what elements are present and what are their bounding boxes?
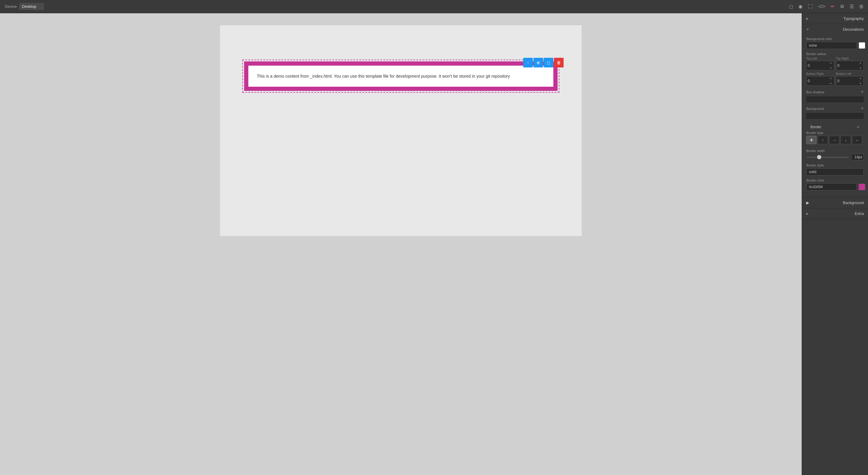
bottom-right-spin-down[interactable]: ▼ xyxy=(829,82,833,85)
move-button[interactable]: ⊕ xyxy=(533,58,543,67)
bottom-right-spin-up[interactable]: ▲ xyxy=(829,77,833,79)
canvas-inner: ↑ ⊕ ◻ 🗑 This is a demo content from _ind… xyxy=(220,25,582,236)
topbar-left: Device Desktop Tablet Mobile xyxy=(5,3,44,10)
border-color-swatch[interactable] xyxy=(859,183,865,190)
bottom-left-spin-down[interactable]: ▼ xyxy=(859,82,862,85)
bottom-right-label: Bottom Right xyxy=(806,72,834,75)
background-arrow: ▶ xyxy=(806,201,809,205)
background-section-label: Background xyxy=(843,201,864,205)
border-width-label: Border width xyxy=(806,149,864,152)
decorations-label: Decorations xyxy=(843,27,864,32)
top-left-label: Top Left xyxy=(806,57,834,60)
top-left-spinners: ▲ - ▼ xyxy=(829,62,833,70)
extra-label: Extra xyxy=(855,211,864,216)
top-right-radius-field: Top Right ▲ - ▼ xyxy=(836,57,864,70)
background-preview xyxy=(806,113,864,119)
bottom-right-spinners: ▲ - ▼ xyxy=(829,77,833,85)
top-left-spin-down[interactable]: ▼ xyxy=(829,67,833,70)
decorations-arrow: ▼ xyxy=(806,28,809,31)
box-shadow-add-button[interactable]: + xyxy=(861,89,864,95)
device-select[interactable]: Desktop Tablet Mobile xyxy=(19,3,44,10)
right-panel: ▶ Typography ▼ Decorations Background co… xyxy=(802,13,868,475)
background-color-input-row xyxy=(806,42,864,49)
square-icon[interactable]: ◻ xyxy=(789,4,793,9)
box-shadow-field: Box shadow + xyxy=(806,89,864,102)
bottom-left-input[interactable] xyxy=(838,79,846,83)
bottom-left-label: Bottom Left xyxy=(836,72,864,75)
eye-icon[interactable]: ◉ xyxy=(798,4,803,9)
expand-icon[interactable]: ⛶ xyxy=(808,4,813,9)
decorations-content: Background color Border radius Top Left xyxy=(802,35,868,197)
topbar-icons: ◻ ◉ ⛶ </> ✏ ⚙ ☰ ⊞ xyxy=(789,4,863,9)
main-layout: ↑ ⊕ ◻ 🗑 This is a demo content from _ind… xyxy=(0,13,868,475)
border-color-label: Border color xyxy=(806,178,864,182)
border-all-button[interactable]: ✚ xyxy=(806,136,816,144)
background-gradient-field: Background + xyxy=(806,105,864,119)
code-icon[interactable]: </> xyxy=(818,4,825,9)
grid-icon[interactable]: ⊞ xyxy=(859,4,863,9)
top-right-spin-up[interactable]: ▲ xyxy=(859,62,862,64)
bottom-left-input-row: ▲ - ▼ xyxy=(836,76,864,86)
background-add-button[interactable]: + xyxy=(861,105,864,112)
background-color-label: Background color xyxy=(806,37,864,41)
border-style-select[interactable]: solid dashed dotted double xyxy=(806,168,864,175)
background-gradient-label: Background xyxy=(806,107,824,110)
border-bottom-button[interactable]: ↓ xyxy=(841,136,851,144)
delete-button[interactable]: 🗑 xyxy=(554,58,564,67)
border-style-field: Border style solid dashed dotted double xyxy=(806,164,864,175)
border-type-buttons: ✚ ↑ → ↓ ← xyxy=(806,136,864,144)
typography-arrow: ▶ xyxy=(806,17,809,20)
radius-grid: Top Left ▲ - ▼ xyxy=(806,57,864,86)
decorations-section: ▼ Decorations Background color Border ra… xyxy=(802,24,868,198)
border-close-button[interactable]: ✕ xyxy=(857,125,860,129)
border-color-input[interactable] xyxy=(806,183,857,191)
background-color-input[interactable] xyxy=(806,42,857,49)
box-shadow-label: Box shadow xyxy=(806,90,824,94)
background-section: ▶ Background xyxy=(802,198,868,208)
top-left-input-row: ▲ - ▼ xyxy=(806,61,834,70)
menu-icon[interactable]: ☰ xyxy=(849,4,854,9)
top-right-spinners: ▲ - ▼ xyxy=(859,62,862,70)
move-up-button[interactable]: ↑ xyxy=(523,58,533,67)
typography-section: ▶ Typography xyxy=(802,13,868,24)
bottom-right-radius-field: Bottom Right ▲ - ▼ xyxy=(806,72,834,86)
top-left-spin-up[interactable]: ▲ xyxy=(829,62,833,64)
border-section-label: Border xyxy=(810,125,821,129)
border-style-label: Border style xyxy=(806,164,864,167)
settings-icon[interactable]: ⚙ xyxy=(840,4,844,9)
topbar: Device Desktop Tablet Mobile ◻ ◉ ⛶ </> ✏… xyxy=(0,0,868,13)
top-right-spin-down[interactable]: ▼ xyxy=(859,67,862,70)
canvas-area: ↑ ⊕ ◻ 🗑 This is a demo content from _ind… xyxy=(0,13,802,475)
demo-text: This is a demo content from _index.html.… xyxy=(257,74,510,78)
background-color-field: Background color xyxy=(806,37,864,49)
brush-icon[interactable]: ✏ xyxy=(831,4,835,9)
border-width-slider[interactable] xyxy=(806,157,849,158)
extra-header[interactable]: ▶ Extra xyxy=(802,208,868,219)
bottom-left-radius-field: Bottom Left ▲ - ▼ xyxy=(836,72,864,86)
background-color-swatch[interactable] xyxy=(859,42,865,49)
copy-button[interactable]: ◻ xyxy=(544,58,553,67)
top-left-input[interactable] xyxy=(808,64,816,68)
border-section: Border ✕ Border type ✚ ↑ → ↓ ← xyxy=(806,122,864,191)
background-section-header[interactable]: ▶ Background xyxy=(802,198,868,208)
typography-header[interactable]: ▶ Typography xyxy=(802,13,868,24)
border-radius-field: Border radius Top Left ▲ - ▼ xyxy=(806,52,864,86)
bottom-left-spin-up[interactable]: ▲ xyxy=(859,77,862,79)
border-color-field: Border color xyxy=(806,178,864,191)
device-label: Device xyxy=(5,4,17,9)
border-left-button[interactable]: ← xyxy=(852,136,862,144)
box-shadow-preview xyxy=(806,96,864,102)
top-right-label: Top Right xyxy=(836,57,864,60)
border-width-input[interactable] xyxy=(851,154,864,161)
border-right-button[interactable]: → xyxy=(829,136,839,144)
border-type-label: Border type xyxy=(806,131,864,135)
bottom-left-spinners: ▲ - ▼ xyxy=(859,77,862,85)
border-radius-label: Border radius xyxy=(806,52,864,56)
element-toolbar: ↑ ⊕ ◻ 🗑 xyxy=(523,58,564,67)
bottom-right-input[interactable] xyxy=(808,79,816,83)
border-top-button[interactable]: ↑ xyxy=(818,136,828,144)
typography-label: Typography xyxy=(843,16,864,21)
decorations-header[interactable]: ▼ Decorations xyxy=(802,24,868,35)
demo-content-block[interactable]: This is a demo content from _index.html.… xyxy=(244,61,558,91)
top-right-input[interactable] xyxy=(838,64,846,68)
